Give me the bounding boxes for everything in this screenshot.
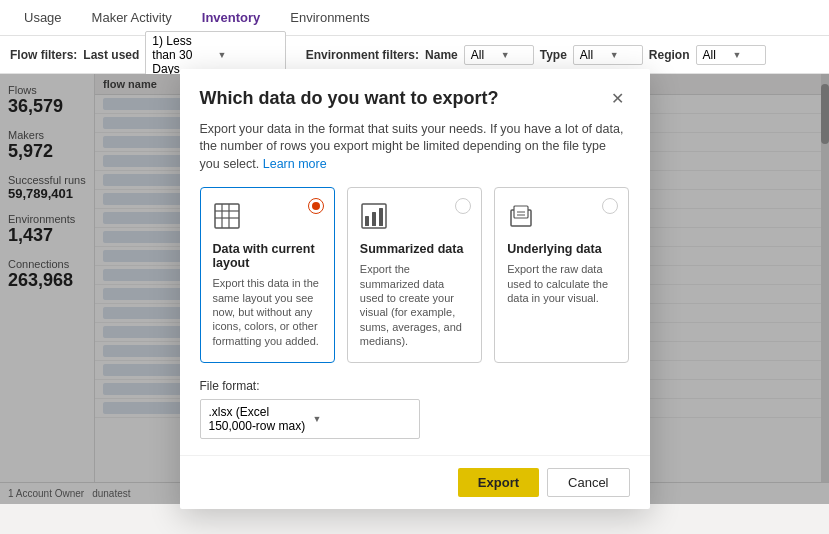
cancel-button[interactable]: Cancel xyxy=(547,468,629,497)
modal-close-button[interactable]: ✕ xyxy=(606,87,630,111)
current-layout-desc: Export this data in the same layout you … xyxy=(213,276,322,347)
current-layout-icon xyxy=(213,202,322,236)
summarized-title: Summarized data xyxy=(360,242,469,256)
env-filters-label: Environment filters: xyxy=(306,48,419,62)
export-card-summarized[interactable]: Summarized data Export the summarized da… xyxy=(347,187,482,363)
summarized-desc: Export the summarized data used to creat… xyxy=(360,262,469,348)
name-select[interactable]: All ▼ xyxy=(464,45,534,65)
underlying-desc: Export the raw data used to calculate th… xyxy=(507,262,616,305)
env-filters-group: Environment filters: Name All ▼ Type All… xyxy=(306,45,766,65)
svg-rect-0 xyxy=(215,204,239,228)
export-options: Data with current layout Export this dat… xyxy=(180,187,650,379)
export-button[interactable]: Export xyxy=(458,468,539,497)
file-format-select[interactable]: .xlsx (Excel 150,000-row max) ▼ xyxy=(200,399,420,439)
type-select[interactable]: All ▼ xyxy=(573,45,643,65)
export-modal: Which data do you want to export? ✕ Expo… xyxy=(180,69,650,509)
modal-overlay: Which data do you want to export? ✕ Expo… xyxy=(0,74,829,504)
last-used-label: Last used xyxy=(83,48,139,62)
region-select[interactable]: All ▼ xyxy=(696,45,766,65)
underlying-title: Underlying data xyxy=(507,242,616,256)
learn-more-link[interactable]: Learn more xyxy=(263,157,327,171)
radio-inner xyxy=(312,202,320,210)
region-label: Region xyxy=(649,48,690,62)
svg-rect-7 xyxy=(372,212,376,226)
chevron-down-icon: ▼ xyxy=(610,50,636,60)
modal-title: Which data do you want to export? xyxy=(200,88,499,109)
flow-filters-label: Flow filters: xyxy=(10,48,77,62)
export-card-underlying[interactable]: Underlying data Export the raw data used… xyxy=(494,187,629,363)
modal-footer: Export Cancel xyxy=(180,455,650,509)
main-area: Flows 36,579 Makers 5,972 Successful run… xyxy=(0,74,829,504)
summarized-icon xyxy=(360,202,469,236)
chevron-down-icon: ▼ xyxy=(218,50,279,60)
tab-environments[interactable]: Environments xyxy=(276,2,383,35)
file-format-value: .xlsx (Excel 150,000-row max) xyxy=(209,405,307,433)
chevron-down-icon: ▼ xyxy=(313,414,411,424)
underlying-icon xyxy=(507,202,616,236)
modal-header: Which data do you want to export? ✕ xyxy=(180,69,650,121)
chevron-down-icon: ▼ xyxy=(501,50,527,60)
svg-rect-8 xyxy=(379,208,383,226)
modal-description: Export your data in the format that suit… xyxy=(180,121,650,188)
name-label: Name xyxy=(425,48,458,62)
type-label: Type xyxy=(540,48,567,62)
current-layout-title: Data with current layout xyxy=(213,242,322,270)
export-card-current-layout[interactable]: Data with current layout Export this dat… xyxy=(200,187,335,363)
svg-rect-6 xyxy=(365,216,369,226)
chevron-down-icon: ▼ xyxy=(733,50,759,60)
file-format-label: File format: xyxy=(200,379,630,393)
file-format-section: File format: .xlsx (Excel 150,000-row ma… xyxy=(180,379,650,455)
